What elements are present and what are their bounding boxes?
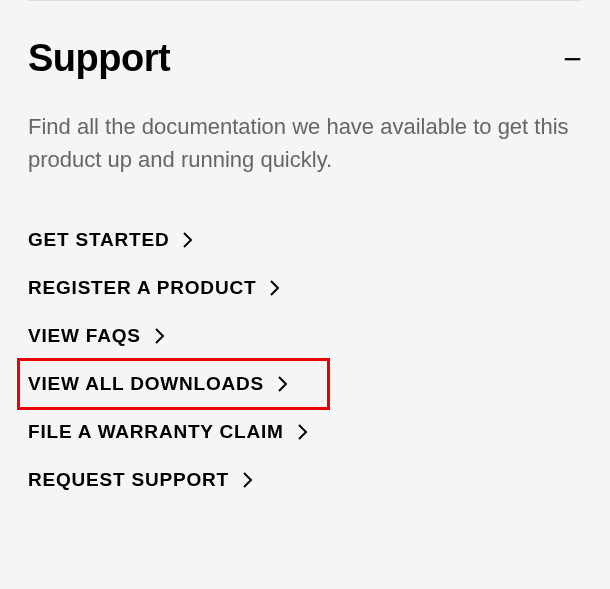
chevron-right-icon [270, 280, 280, 296]
link-label: REGISTER A PRODUCT [28, 277, 256, 299]
chevron-right-icon [243, 472, 253, 488]
section-title: Support [28, 37, 170, 80]
section-description: Find all the documentation we have avail… [28, 110, 582, 216]
link-label: FILE A WARRANTY CLAIM [28, 421, 284, 443]
chevron-right-icon [298, 424, 308, 440]
link-get-started[interactable]: GET STARTED [28, 216, 582, 264]
link-view-faqs[interactable]: VIEW FAQS [28, 312, 582, 360]
link-file-warranty-claim[interactable]: FILE A WARRANTY CLAIM [28, 408, 582, 456]
link-label: GET STARTED [28, 229, 169, 251]
link-label: VIEW FAQS [28, 325, 141, 347]
chevron-right-icon [278, 376, 288, 392]
link-register-product[interactable]: REGISTER A PRODUCT [28, 264, 582, 312]
link-view-all-downloads[interactable]: VIEW ALL DOWNLOADS [28, 360, 582, 408]
collapse-icon: − [563, 43, 582, 75]
support-header[interactable]: Support − [28, 1, 582, 110]
chevron-right-icon [155, 328, 165, 344]
link-label: REQUEST SUPPORT [28, 469, 229, 491]
link-request-support[interactable]: REQUEST SUPPORT [28, 456, 582, 504]
link-label: VIEW ALL DOWNLOADS [28, 373, 264, 395]
chevron-right-icon [183, 232, 193, 248]
links-list: GET STARTED REGISTER A PRODUCT VIEW FAQS… [28, 216, 582, 504]
